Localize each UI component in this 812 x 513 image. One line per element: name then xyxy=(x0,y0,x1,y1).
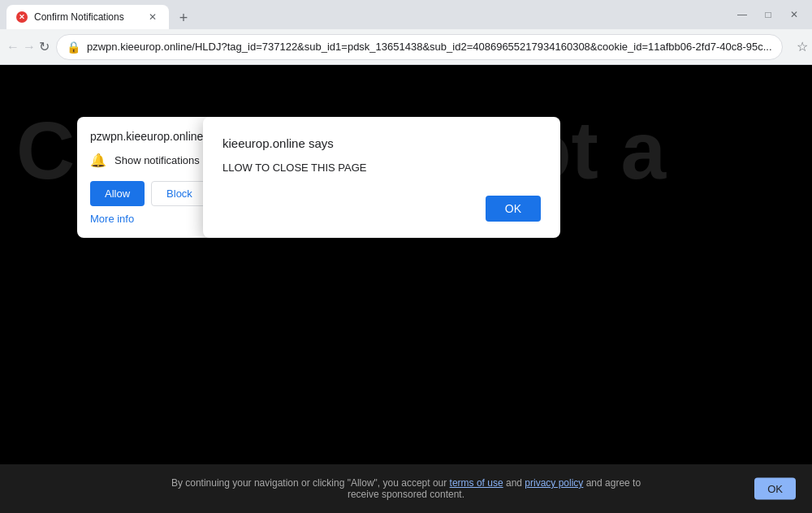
tab-group: ✕ Confirm Notifications ✕ + xyxy=(6,0,728,29)
url-text: pzwpn.kieeurop.online/HLDJ?tag_id=737122… xyxy=(87,41,772,53)
block-button[interactable]: Block xyxy=(151,181,208,206)
allow-button[interactable]: Allow xyxy=(90,181,145,206)
toolbar-right: ☆ 🧩 👤 ⋮ xyxy=(789,34,812,60)
tab-favicon: ✕ xyxy=(16,11,28,23)
bell-icon: 🔔 xyxy=(90,153,106,168)
alert-buttons: OK xyxy=(222,196,541,222)
address-bar[interactable]: 🔒 pzwpn.kieeurop.online/HLDJ?tag_id=7371… xyxy=(56,34,783,60)
page-content: Clic... u are not a × pzwpn.kieeurop.onl… xyxy=(0,65,812,513)
lock-icon: 🔒 xyxy=(67,41,80,54)
alert-message: LLOW TO CLOSE THIS PAGE xyxy=(222,160,541,176)
bottom-bar: By continuing your navigation or clickin… xyxy=(0,464,812,513)
maximize-button[interactable]: □ xyxy=(757,3,780,26)
tab-close-button[interactable]: ✕ xyxy=(146,11,159,24)
bottom-text-line1: By continuing your navigation or clickin… xyxy=(162,477,650,500)
title-bar: ✕ Confirm Notifications ✕ + — □ ✕ xyxy=(0,0,812,29)
alert-title: kieeurop.online says xyxy=(222,136,541,150)
notification-option-text: Show notifications xyxy=(114,154,200,166)
back-button[interactable]: ← xyxy=(6,34,19,60)
refresh-button[interactable]: ↻ xyxy=(39,34,50,60)
favicon-icon: ✕ xyxy=(19,13,25,21)
toolbar: ← → ↻ 🔒 pzwpn.kieeurop.online/HLDJ?tag_i… xyxy=(0,29,812,65)
new-tab-button[interactable]: + xyxy=(172,6,195,29)
alert-dialog: kieeurop.online says LLOW TO CLOSE THIS … xyxy=(203,117,560,238)
bottom-ok-button[interactable]: OK xyxy=(754,478,796,500)
alert-ok-button[interactable]: OK xyxy=(486,196,541,222)
window-controls: — □ ✕ xyxy=(731,3,806,26)
tab-title: Confirm Notifications xyxy=(34,11,140,23)
close-window-button[interactable]: ✕ xyxy=(783,3,806,26)
bookmark-button[interactable]: ☆ xyxy=(789,34,812,60)
minimize-button[interactable]: — xyxy=(731,3,754,26)
active-tab[interactable]: ✕ Confirm Notifications ✕ xyxy=(6,5,169,29)
forward-button[interactable]: → xyxy=(23,34,36,60)
browser-window: ✕ Confirm Notifications ✕ + — □ ✕ ← → ↻ … xyxy=(0,0,812,513)
terms-link[interactable]: terms of use xyxy=(450,477,503,489)
privacy-link[interactable]: privacy policy xyxy=(525,477,583,489)
